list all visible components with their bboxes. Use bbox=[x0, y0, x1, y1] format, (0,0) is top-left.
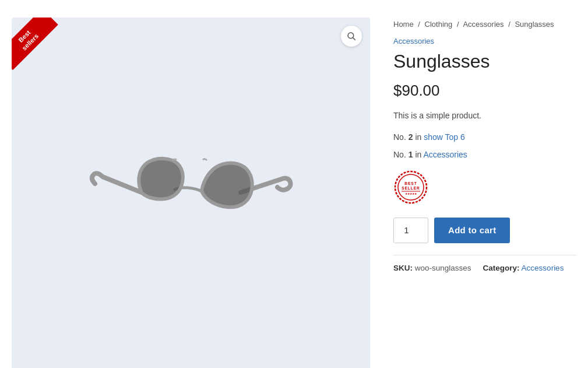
quantity-input[interactable] bbox=[393, 218, 428, 243]
rank2-num: 1 bbox=[409, 150, 413, 159]
svg-text:BEST: BEST bbox=[404, 181, 417, 185]
sku-value-text: woo-sunglasses bbox=[415, 264, 471, 272]
product-meta: SKU: woo-sunglasses Category: Accessorie… bbox=[393, 264, 576, 272]
breadcrumb-current: Sunglasses bbox=[515, 20, 554, 29]
breadcrumb-accessories[interactable]: Accessories bbox=[463, 20, 504, 29]
product-image-wrapper: Bestsellers bbox=[12, 17, 370, 368]
rank1-prefix: No. bbox=[393, 132, 406, 142]
product-page: Bestsellers bbox=[12, 12, 576, 368]
svg-text:★★★★★: ★★★★★ bbox=[405, 192, 417, 195]
breadcrumb-home[interactable]: Home bbox=[393, 20, 414, 29]
category-meta-label: Category: bbox=[483, 264, 520, 272]
rank-line-1: No. 2 in show Top 6 bbox=[393, 131, 576, 143]
product-image bbox=[86, 131, 296, 260]
product-description: This is a simple product. bbox=[393, 109, 576, 122]
category-link[interactable]: Accessories bbox=[393, 37, 434, 45]
product-image-column: Bestsellers bbox=[12, 17, 370, 368]
category-meta-link[interactable]: Accessories bbox=[522, 264, 564, 272]
rank1-link[interactable]: show Top 6 bbox=[424, 132, 465, 142]
breadcrumb-sep3: / bbox=[508, 20, 510, 29]
sku-block: SKU: woo-sunglasses bbox=[393, 264, 471, 272]
category-block: Category: Accessories bbox=[483, 264, 564, 272]
add-to-cart-row: Add to cart bbox=[393, 218, 576, 243]
breadcrumb: Home / Clothing / Accessories / Sunglass… bbox=[393, 20, 576, 29]
ribbon-label: Bestsellers bbox=[12, 17, 58, 70]
product-divider bbox=[393, 255, 576, 255]
search-icon bbox=[346, 31, 357, 41]
rank1-num: 2 bbox=[409, 132, 413, 142]
product-price: $90.00 bbox=[393, 82, 576, 100]
breadcrumb-sep1: / bbox=[418, 20, 420, 29]
svg-text:SELLER: SELLER bbox=[402, 186, 420, 190]
breadcrumb-clothing[interactable]: Clothing bbox=[425, 20, 453, 29]
product-title: Sunglasses bbox=[393, 50, 576, 72]
rank-line-2: No. 1 in Accessories bbox=[393, 148, 576, 161]
rank2-prefix: No. bbox=[393, 150, 406, 159]
add-to-cart-button[interactable]: Add to cart bbox=[434, 218, 510, 243]
bestseller-stamp-icon: BEST SELLER ★★★★★ bbox=[393, 170, 428, 205]
sku-label: SKU: bbox=[393, 264, 413, 272]
breadcrumb-sep2: / bbox=[457, 20, 459, 29]
product-details-column: Home / Clothing / Accessories / Sunglass… bbox=[393, 17, 576, 368]
svg-point-0 bbox=[348, 33, 354, 38]
zoom-button[interactable] bbox=[341, 26, 362, 47]
svg-line-1 bbox=[353, 38, 355, 40]
rank2-link[interactable]: Accessories bbox=[423, 150, 467, 159]
rank2-mid: in bbox=[415, 150, 423, 159]
best-sellers-ribbon: Bestsellers bbox=[12, 17, 64, 70]
bestseller-stamp: BEST SELLER ★★★★★ bbox=[393, 170, 576, 207]
rank1-mid: in bbox=[415, 132, 424, 142]
